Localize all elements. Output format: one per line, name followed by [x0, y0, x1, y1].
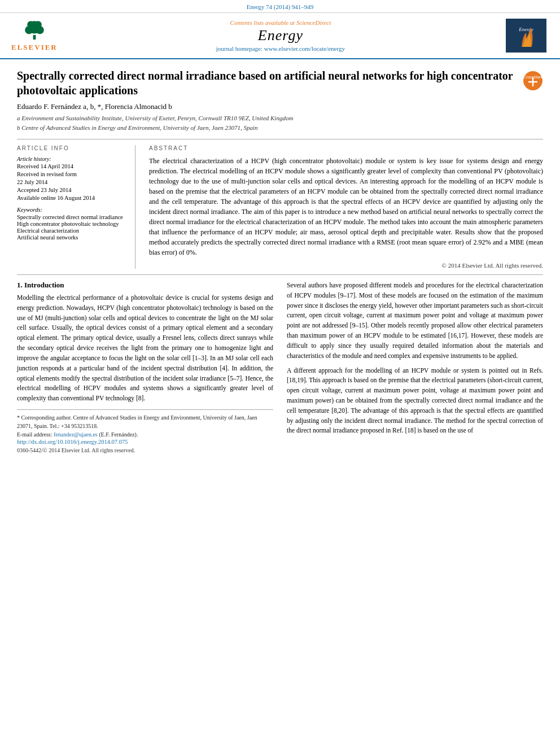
sciencedirect-name: ScienceDirect [296, 19, 331, 26]
journal-title: Energy [63, 27, 498, 44]
history-label: Article history: [17, 156, 128, 162]
abstract-col: ABSTRACT The electrical characterization… [149, 145, 543, 269]
keywords-label: Keywords: [17, 207, 128, 213]
body-left-col: 1. Introduction Modelling the electrical… [17, 281, 273, 453]
energy-logo-svg: Energy [506, 19, 546, 53]
journal-header: ELSEVIER Contents lists available at Sci… [0, 13, 560, 59]
intro-heading: Introduction [24, 281, 64, 289]
doi-line: http://dx.doi.org/10.1016/j.energy.2014.… [17, 439, 273, 445]
keyword-3: Electrical characterization [17, 228, 128, 234]
abstract-text: The electrical characterization of a HCP… [149, 156, 543, 257]
keyword-2: High concentrator photovoltaic technolog… [17, 221, 128, 227]
email-link[interactable]: fenandez@ujaen.es [54, 431, 98, 438]
issn-line: 0360-5442/© 2014 Elsevier Ltd. All right… [17, 447, 273, 453]
article-content: Spectrally corrected direct normal irrad… [0, 59, 560, 465]
energy-logo-box: Energy [504, 19, 549, 53]
article-info-abstract: ARTICLE INFO Article history: Received 1… [17, 139, 543, 269]
article-info-heading: ARTICLE INFO [17, 145, 128, 151]
email-suffix: (E.F. Fernández). [99, 431, 138, 438]
keyword-4: Artificial neural networks [17, 234, 128, 241]
authors: Eduardo F. Fernández a, b, *, Florencia … [17, 102, 543, 111]
history-revised-label: Received in revised form [17, 171, 128, 177]
footnote-area: * Corresponding author. Centre of Advanc… [17, 409, 273, 439]
intro-right-para2: A different approach for the modelling o… [287, 366, 543, 436]
email-line: E-mail address: fenandez@ujaen.es (E.F. … [17, 430, 273, 439]
article-info-col: ARTICLE INFO Article history: Received 1… [17, 145, 135, 269]
journal-citation: Energy 74 (2014) 941–949 [247, 3, 314, 10]
email-label: E-mail address: [17, 431, 52, 438]
svg-rect-0 [33, 35, 36, 40]
elsevier-name: ELSEVIER [11, 43, 58, 52]
article-title-area: Spectrally corrected direct normal irrad… [17, 68, 543, 98]
abstract-heading: ABSTRACT [149, 145, 543, 151]
history-accepted: Accepted 23 July 2014 [17, 187, 128, 193]
intro-number: 1. [17, 281, 23, 289]
article-title: Spectrally corrected direct normal irrad… [17, 68, 517, 98]
elsevier-logo: ELSEVIER [11, 19, 58, 52]
section-divider [17, 274, 543, 275]
affiliation-a: a Environment and Sustainability Institu… [17, 113, 543, 123]
intro-left-para1: Modelling the electrical performance of … [17, 293, 273, 404]
svg-point-5 [34, 21, 42, 28]
history-online: Available online 16 August 2014 [17, 195, 128, 201]
top-bar: Energy 74 (2014) 941–949 [0, 0, 560, 13]
crossmark-logo: CrossMark [523, 71, 543, 91]
intro-right-para1: Several authors have proposed different … [287, 281, 543, 361]
body-content: 1. Introduction Modelling the electrical… [17, 281, 543, 453]
intro-title: 1. Introduction [17, 281, 273, 290]
affiliation-b: b Centre of Advanced Studies in Energy a… [17, 123, 543, 133]
history-received: Received 14 April 2014 [17, 163, 128, 169]
elsevier-tree-icon [20, 19, 49, 42]
energy-journal-logo: Energy [506, 19, 546, 53]
svg-point-4 [27, 21, 34, 28]
sciencedirect-label: Contents lists available at ScienceDirec… [63, 19, 498, 26]
journal-homepage: journal homepage: www.elsevier.com/locat… [63, 45, 498, 52]
doi-link[interactable]: http://dx.doi.org/10.1016/j.energy.2014.… [17, 439, 128, 445]
keyword-1: Spectrally corrected direct normal irrad… [17, 214, 128, 220]
affiliations: a Environment and Sustainability Institu… [17, 113, 543, 132]
corresponding-author: * Corresponding author. Centre of Advanc… [17, 413, 273, 430]
keywords-section: Keywords: Spectrally corrected direct no… [17, 207, 128, 241]
article-history: Article history: Received 14 April 2014 … [17, 156, 128, 201]
crossmark-icon: CrossMark [523, 71, 543, 91]
copyright: © 2014 Elsevier Ltd. All rights reserved… [149, 262, 543, 269]
body-right-col: Several authors have proposed different … [287, 281, 543, 453]
journal-header-center: Contents lists available at ScienceDirec… [63, 19, 498, 52]
history-revised-date: 22 July 2014 [17, 179, 128, 185]
